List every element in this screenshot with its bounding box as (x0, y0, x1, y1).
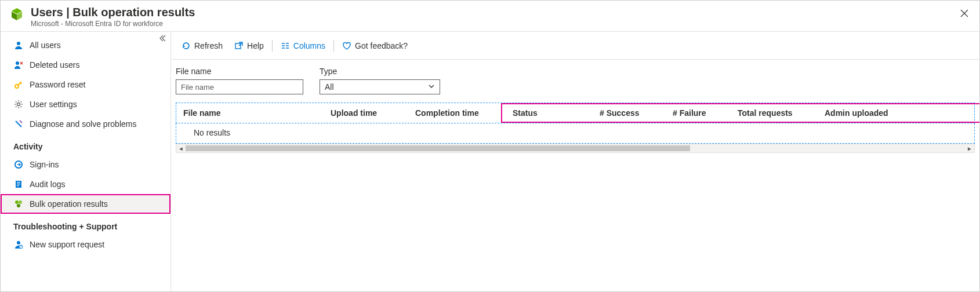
toolbar-separator (272, 40, 273, 52)
table-header-row: File name Upload time Completion time St… (176, 103, 975, 123)
sidebar-item-bulk-operation-results[interactable]: Bulk operation results (1, 194, 170, 214)
type-select[interactable]: All (320, 79, 440, 94)
filter-type-group: Type All (320, 67, 440, 94)
horizontal-scrollbar[interactable]: ◄ ► (176, 144, 975, 153)
filename-label: File name (176, 67, 303, 76)
sidebar-item-sign-ins[interactable]: Sign-ins (1, 155, 170, 174)
col-failure[interactable]: # Failure (667, 108, 732, 118)
sidebar-section-troubleshooting: Troubleshooting + Support (1, 214, 170, 235)
svg-rect-11 (17, 185, 19, 186)
refresh-button[interactable]: Refresh (176, 36, 228, 55)
svg-point-12 (15, 200, 19, 204)
sidebar-item-label: Bulk operation results (30, 199, 108, 209)
help-label: Help (247, 41, 264, 50)
app-logo-icon (9, 6, 25, 23)
col-file-name[interactable]: File name (176, 108, 325, 118)
sidebar-item-label: User settings (30, 100, 77, 109)
col-completion-time[interactable]: Completion time (409, 108, 507, 118)
gear-icon (13, 99, 24, 110)
bulk-icon (13, 199, 24, 209)
sidebar-item-label: Audit logs (30, 180, 65, 189)
header-text-group: Users | Bulk operation results Microsoft… (31, 5, 195, 28)
sidebar-item-label: Deleted users (30, 60, 79, 70)
collapse-sidebar-button[interactable] (158, 34, 166, 43)
support-icon: ? (13, 239, 24, 250)
close-button[interactable] (957, 6, 971, 20)
wrench-icon (13, 119, 24, 129)
columns-button[interactable]: Columns (275, 36, 331, 55)
sidebar-item-new-support-request[interactable]: ? New support request (1, 235, 170, 254)
signin-icon (13, 159, 24, 170)
sidebar-item-diagnose[interactable]: Diagnose and solve problems (1, 114, 170, 134)
user-x-icon (13, 60, 24, 70)
scroll-right-arrow[interactable]: ► (965, 145, 974, 152)
sidebar-item-password-reset[interactable]: Password reset (1, 75, 170, 94)
sidebar-item-label: Diagnose and solve problems (30, 119, 136, 129)
sidebar-item-audit-logs[interactable]: Audit logs (1, 174, 170, 194)
sidebar-item-deleted-users[interactable]: Deleted users (1, 55, 170, 75)
chevron-down-icon (428, 82, 435, 92)
help-button[interactable]: Help (228, 36, 270, 55)
svg-point-13 (19, 200, 22, 204)
scroll-track[interactable] (186, 144, 965, 152)
col-admin-uploaded[interactable]: Admin uploaded (819, 108, 974, 118)
app-window: Users | Bulk operation results Microsoft… (0, 0, 980, 292)
key-icon (13, 79, 24, 90)
results-table: File name Upload time Completion time St… (176, 103, 975, 144)
filter-bar: File name Type All (171, 60, 979, 103)
sidebar-item-label: New support request (30, 240, 104, 249)
svg-point-4 (16, 61, 19, 65)
type-label: Type (320, 67, 440, 76)
refresh-label: Refresh (194, 41, 223, 50)
main-content: Refresh Help Columns (171, 32, 979, 291)
sidebar-item-label: Sign-ins (30, 160, 59, 169)
refresh-icon (182, 41, 191, 50)
svg-point-14 (17, 204, 20, 207)
svg-rect-18 (235, 43, 241, 49)
filter-filename-group: File name (176, 67, 303, 94)
col-status[interactable]: Status (507, 108, 594, 118)
svg-rect-10 (17, 184, 20, 184)
page-title: Users | Bulk operation results (31, 5, 195, 19)
filename-input[interactable] (176, 79, 303, 94)
page-header: Users | Bulk operation results Microsoft… (1, 1, 979, 32)
svg-rect-9 (17, 182, 20, 183)
sidebar-item-label: Password reset (30, 80, 85, 89)
columns-label: Columns (293, 41, 325, 50)
col-upload-time[interactable]: Upload time (325, 108, 409, 118)
col-success[interactable]: # Success (594, 108, 667, 118)
col-total-requests[interactable]: Total requests (732, 108, 819, 118)
columns-icon (281, 41, 290, 50)
heart-icon (342, 41, 351, 50)
log-icon (13, 179, 24, 189)
svg-point-3 (17, 42, 20, 45)
scroll-thumb[interactable] (186, 145, 690, 151)
toolbar-separator (333, 40, 334, 52)
user-icon (13, 40, 24, 50)
scroll-left-arrow[interactable]: ◄ (176, 145, 186, 152)
table-body: No results (176, 123, 975, 144)
sidebar-item-label: All users (30, 41, 61, 50)
feedback-label: Got feedback? (355, 41, 408, 50)
toolbar: Refresh Help Columns (171, 32, 979, 60)
svg-point-6 (17, 103, 20, 106)
sidebar-section-activity: Activity (1, 134, 170, 155)
no-results-text: No results (176, 123, 974, 143)
sidebar-item-all-users[interactable]: All users (1, 35, 170, 55)
external-link-icon (234, 41, 244, 50)
sidebar-item-user-settings[interactable]: User settings (1, 94, 170, 114)
svg-point-15 (17, 241, 20, 244)
type-select-value: All (325, 82, 334, 92)
sidebar: All users Deleted users Password reset U… (1, 32, 171, 291)
page-subtitle: Microsoft - Microsoft Entra ID for workf… (31, 20, 195, 28)
feedback-button[interactable]: Got feedback? (336, 36, 413, 55)
svg-text:?: ? (20, 245, 22, 249)
